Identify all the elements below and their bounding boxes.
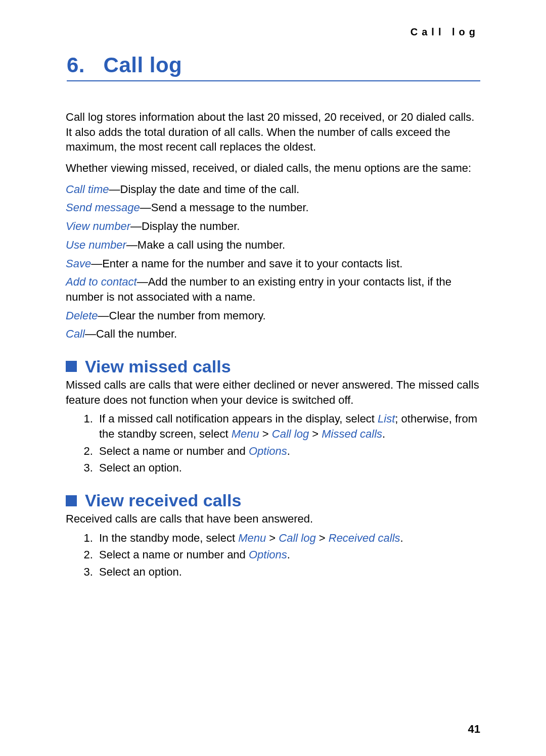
page-number: 41 [468, 723, 480, 736]
menu-term: Call log [279, 532, 315, 544]
step-item: Select a name or number and Options. [96, 547, 480, 562]
intro-paragraph: Whether viewing missed, received, or dia… [66, 161, 480, 176]
option-desc: —Enter a name for the number and save it… [91, 257, 402, 270]
option-line: Call time—Display the date and time of t… [66, 182, 480, 197]
steps-list: If a missed call notification appears in… [66, 411, 480, 476]
intro-block: Call log stores information about the la… [66, 110, 480, 176]
step-item: Select an option. [96, 460, 480, 476]
page: Call log 6. Call log Call log stores inf… [0, 0, 546, 756]
option-term: Add to contact [66, 275, 137, 288]
option-line: View number—Display the number. [66, 219, 480, 234]
option-term: Call [66, 327, 85, 340]
running-header: Call log [66, 26, 480, 38]
option-line: Call—Call the number. [66, 326, 480, 342]
option-line: Add to contact—Add the number to an exis… [66, 274, 480, 304]
options-list: Call time—Display the date and time of t… [66, 182, 480, 342]
step-item: Select an option. [96, 564, 480, 580]
section-heading-text: View missed calls [85, 357, 231, 376]
menu-term: Menu [238, 532, 266, 544]
option-desc: —Send a message to the number. [140, 201, 309, 214]
menu-term: Options [249, 445, 287, 457]
chapter-title: 6. Call log [67, 53, 480, 81]
option-term: Call time [66, 183, 109, 196]
chapter-name: Call log [104, 53, 183, 77]
section-intro: Missed calls are calls that were either … [66, 377, 480, 407]
chapter-number: 6. [67, 53, 85, 77]
steps-list: In the standby mode, select Menu > Call … [66, 531, 480, 580]
option-term: Save [66, 257, 91, 270]
menu-term: Options [249, 548, 287, 561]
menu-term: Missed calls [322, 428, 382, 440]
option-desc: —Make a call using the number. [126, 239, 285, 251]
option-line: Use number—Make a call using the number. [66, 238, 480, 253]
option-desc: —Display the date and time of the call. [109, 183, 300, 196]
option-line: Delete—Clear the number from memory. [66, 308, 480, 323]
section-heading-text: View received calls [85, 491, 241, 510]
option-term: View number [66, 220, 130, 232]
square-bullet-icon [66, 495, 77, 506]
square-bullet-icon [66, 361, 77, 372]
step-item: If a missed call notification appears in… [96, 411, 480, 441]
option-line: Send message—Send a message to the numbe… [66, 200, 480, 215]
step-item: In the standby mode, select Menu > Call … [96, 531, 480, 546]
menu-term: Call log [272, 428, 309, 440]
option-term: Delete [66, 309, 98, 322]
option-desc: —Call the number. [85, 327, 177, 340]
option-term: Use number [66, 239, 126, 251]
option-desc: —Clear the number from memory. [98, 309, 266, 322]
sections: View missed callsMissed calls are calls … [66, 357, 480, 580]
intro-paragraph: Call log stores information about the la… [66, 110, 480, 155]
menu-term: Received calls [329, 532, 400, 544]
step-item: Select a name or number and Options. [96, 444, 480, 459]
section: View received callsReceived calls are ca… [66, 491, 480, 580]
menu-term: List [378, 412, 395, 425]
option-desc: —Display the number. [130, 220, 240, 232]
option-term: Send message [66, 201, 140, 214]
section: View missed callsMissed calls are calls … [66, 357, 480, 476]
section-intro: Received calls are calls that have been … [66, 511, 480, 527]
option-line: Save—Enter a name for the number and sav… [66, 256, 480, 271]
menu-term: Menu [232, 428, 259, 440]
section-heading: View received calls [66, 491, 480, 510]
section-heading: View missed calls [66, 357, 480, 376]
